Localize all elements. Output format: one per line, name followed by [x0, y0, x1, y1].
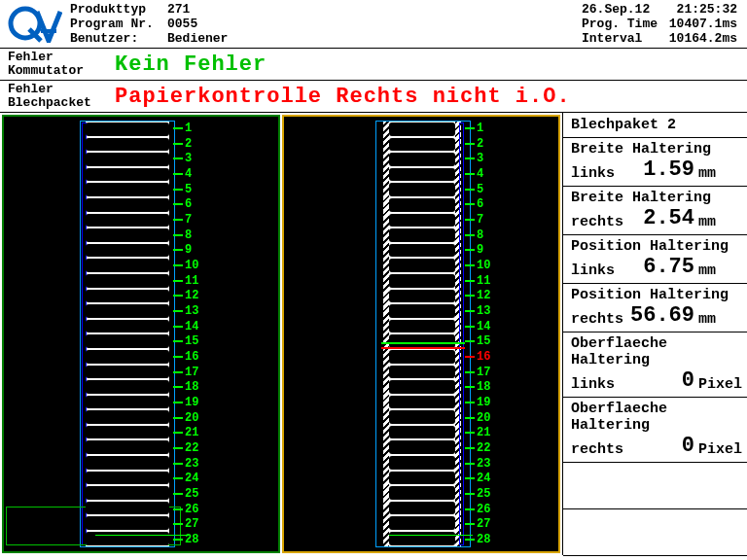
lamination-mark-12: 12 — [173, 288, 212, 303]
meas-label: Oberflaeche Haltering — [571, 401, 739, 434]
date-value: 26.Sep.12 — [582, 2, 659, 17]
meas-unit: mm — [698, 262, 739, 279]
produkttyp-label: Produkttyp — [70, 2, 167, 17]
lamination-mark-20: 20 — [173, 410, 212, 426]
lamination-mark-11: 11 — [465, 273, 504, 289]
lamination-mark-6: 6 — [465, 196, 504, 212]
meas-value: 56.69 — [630, 303, 694, 328]
meas-sublabel: rechts — [571, 311, 623, 328]
meas-unit: Pixel — [698, 441, 739, 458]
lamination-mark-4: 4 — [465, 166, 504, 182]
lamination-mark-18: 18 — [173, 379, 212, 395]
meas-unit: mm — [698, 311, 739, 328]
meas-unit: mm — [698, 214, 739, 230]
lamination-mark-19: 19 — [173, 395, 212, 410]
lamination-mark-9: 9 — [173, 242, 212, 258]
lamination-mark-7: 7 — [173, 212, 212, 228]
lamination-mark-22: 22 — [465, 440, 504, 456]
meas-sublabel: rechts — [571, 214, 623, 230]
header-bar: Produkttyp271 Program Nr.0055 Benutzer:B… — [0, 0, 747, 49]
lamination-mark-18: 18 — [465, 379, 504, 395]
blank-row-2 — [563, 509, 747, 556]
lamination-mark-23: 23 — [173, 456, 212, 472]
lamination-mark-24: 24 — [465, 471, 504, 486]
lamination-mark-5: 5 — [173, 182, 212, 197]
lamination-mark-6: 6 — [173, 196, 212, 212]
blechpacket-label-2: Blechpacket — [8, 96, 107, 110]
measurement-row: Oberflaeche Halteringlinks0Pixel — [563, 332, 747, 398]
inspection-pane-left: 1234567891011121314151617181920212223242… — [2, 115, 280, 553]
lamination-mark-27: 27 — [173, 516, 212, 532]
meas-label: Position Haltering — [571, 287, 739, 303]
kommutator-status: Kein Fehler — [107, 52, 267, 77]
meas-value: 0 — [682, 368, 694, 393]
measurement-row: Breite Halteringrechts2.54mm — [563, 187, 747, 235]
program-nr-value: 0055 — [167, 17, 197, 31]
blechpacket-label-1: Fehler — [8, 83, 107, 96]
time-value: 21:25:32 — [677, 2, 737, 17]
lamination-mark-13: 13 — [173, 303, 212, 319]
lamination-mark-16: 16 — [465, 349, 504, 365]
lamination-mark-21: 21 — [465, 425, 504, 440]
meas-label: Position Haltering — [571, 238, 739, 255]
interval-value: 10164.2ms — [669, 31, 737, 46]
lamination-mark-27: 27 — [465, 516, 504, 532]
lamination-mark-24: 24 — [173, 471, 212, 486]
lamination-mark-19: 19 — [465, 395, 504, 410]
lamination-mark-26: 26 — [173, 502, 212, 517]
benutzer-label: Benutzer: — [70, 31, 167, 46]
lamination-mark-1: 1 — [465, 121, 504, 136]
header-info-right: 26.Sep.1221:25:32 Prog. Time10407.1ms In… — [582, 2, 737, 46]
meas-unit: Pixel — [698, 376, 739, 393]
lamination-mark-8: 8 — [173, 228, 212, 243]
lamination-mark-11: 11 — [173, 273, 212, 289]
meas-label: Oberflaeche Haltering — [571, 335, 739, 368]
lamination-mark-4: 4 — [173, 166, 212, 182]
inspection-pane-right: 1234567891011121314151617181920212223242… — [282, 115, 560, 553]
benutzer-value: Bediener — [167, 31, 228, 46]
lamination-mark-21: 21 — [173, 425, 212, 440]
lamination-mark-12: 12 — [465, 288, 504, 303]
lamination-mark-9: 9 — [465, 242, 504, 258]
lamination-mark-14: 14 — [465, 319, 504, 334]
lamination-mark-17: 17 — [465, 365, 504, 380]
measurements-title: Blechpaket 2 — [563, 113, 747, 138]
measurement-row: Breite Halteringlinks1.59mm — [563, 138, 747, 187]
status-row-kommutator: FehlerKommutator Kein Fehler — [0, 49, 747, 80]
meas-sublabel: rechts — [571, 441, 623, 458]
lamination-mark-1: 1 — [173, 121, 212, 136]
lamination-mark-15: 15 — [173, 333, 212, 349]
lamination-mark-3: 3 — [173, 151, 212, 166]
blechpacket-status: Papierkontrolle Rechts nicht i.O. — [107, 85, 571, 109]
lamination-mark-3: 3 — [465, 151, 504, 166]
lamination-mark-22: 22 — [173, 440, 212, 456]
blank-row-1 — [563, 463, 747, 509]
lamination-mark-10: 10 — [465, 258, 504, 273]
progtime-value: 10407.1ms — [669, 17, 737, 31]
meas-sublabel: links — [571, 376, 615, 393]
meas-unit: mm — [698, 165, 739, 182]
lamination-mark-23: 23 — [465, 456, 504, 472]
measurement-row: Position Halteringrechts56.69mm — [563, 284, 747, 332]
lamination-mark-5: 5 — [465, 182, 504, 197]
kommutator-label-2: Kommutator — [8, 64, 107, 78]
lamination-mark-25: 25 — [465, 486, 504, 502]
meas-sublabel: links — [571, 262, 615, 279]
lamination-mark-25: 25 — [173, 486, 212, 502]
produkttyp-value: 271 — [167, 2, 190, 17]
status-row-blechpacket: FehlerBlechpacket Papierkontrolle Rechts… — [0, 80, 747, 112]
header-info-left: Produkttyp271 Program Nr.0055 Benutzer:B… — [70, 2, 401, 46]
lamination-mark-20: 20 — [465, 410, 504, 426]
lamination-mark-17: 17 — [173, 365, 212, 380]
lamination-mark-16: 16 — [173, 349, 212, 365]
lamination-mark-13: 13 — [465, 303, 504, 319]
meas-label: Breite Haltering — [571, 190, 739, 206]
qa-logo — [0, 0, 70, 47]
program-nr-label: Program Nr. — [70, 17, 167, 31]
measurements-panel: Blechpaket 2 Breite Halteringlinks1.59mm… — [562, 113, 747, 555]
lamination-mark-15: 15 — [465, 333, 504, 349]
lamination-mark-14: 14 — [173, 319, 212, 334]
measurement-row: Position Halteringlinks6.75mm — [563, 235, 747, 284]
meas-value: 2.54 — [643, 206, 694, 230]
meas-sublabel: links — [571, 165, 615, 182]
